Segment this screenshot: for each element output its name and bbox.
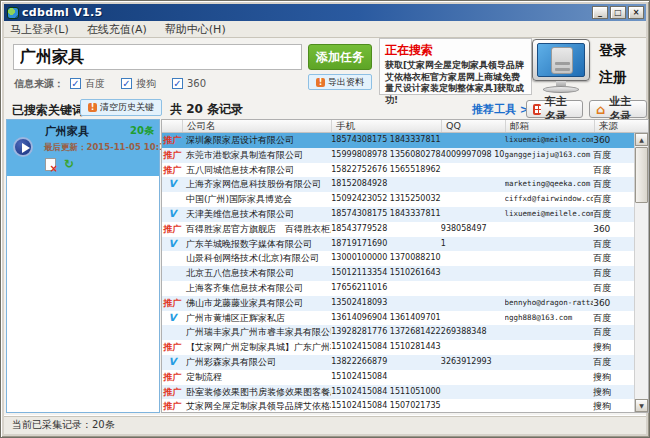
table-row[interactable]: 推广艾家网全屋定制家具领导品牌艾依格衣柜...15102415084 15070…	[162, 399, 634, 412]
marker-empty	[162, 192, 183, 207]
minimize-button[interactable]: _	[592, 6, 608, 19]
table-row[interactable]: 中国(广州)国际家具博览会15092423052 13152500325 ...…	[162, 192, 634, 207]
source-cell: 360	[593, 133, 634, 148]
qq-cell	[441, 207, 505, 222]
table-row[interactable]: V上海齐家网信息科技股份有限公司18152084928marketing@qee…	[162, 177, 634, 192]
table-row[interactable]: 推广东莞市港歌家具制造有限公司15999808978 13560802789 .…	[162, 148, 634, 163]
close-button[interactable]: ×	[628, 6, 644, 19]
clear-history-button[interactable]: ! 清空历史关键	[80, 99, 162, 116]
phone-cell: 15012113354 15102616430 ...	[331, 266, 441, 281]
source-cell: 百度	[593, 192, 634, 207]
qq-cell	[441, 311, 505, 326]
email-cell: lixuemei@meilele.com c	[505, 133, 594, 148]
menu-login[interactable]: 马上登录(L)	[10, 22, 69, 37]
email-cell	[505, 251, 594, 266]
register-link[interactable]: 注册	[599, 69, 647, 87]
delete-record-icon[interactable]	[45, 158, 56, 171]
window-title: cdbdml V1.5	[22, 6, 592, 19]
company-cell: 北京五八信息技术有限公司	[183, 266, 331, 281]
table-row[interactable]: V广州市黄埔区正辉家私店13614096904 13614097017 ...n…	[162, 311, 634, 326]
sources-label: 信息来源：	[14, 77, 64, 91]
company-cell: 佛山市龙藤藤业家具有限公司	[183, 296, 331, 311]
scroll-down-icon[interactable]: ▼	[635, 399, 648, 412]
email-cell: bennyho@dragon-rattan.	[505, 296, 594, 311]
qq-cell	[441, 340, 505, 355]
table-row[interactable]: 推广百得胜家居官方旗舰店 百得胜衣柜,..1854377952893805849…	[162, 222, 634, 237]
phone-cell: 15102415084 15110510004 ...	[331, 385, 441, 400]
monitor-base	[543, 86, 579, 93]
promo-badge: 推广	[162, 370, 183, 385]
company-cell: 东莞市港歌家具制造有限公司	[183, 148, 331, 163]
checkbox-baidu[interactable]: ✓ 百度	[70, 77, 105, 91]
company-cell: 百得胜家居官方旗舰店 百得胜衣柜,..	[183, 222, 331, 237]
play-button[interactable]	[13, 137, 33, 157]
source-cell: 百度	[593, 266, 634, 281]
qq-cell	[441, 163, 505, 178]
refresh-icon[interactable]: ↻	[64, 158, 74, 171]
header-source[interactable]: 来源	[595, 120, 635, 132]
header-email[interactable]: 邮箱	[506, 120, 595, 132]
table-row[interactable]: 山景科创网络技术(北京)有限公司13000100000 13700882109百…	[162, 251, 634, 266]
table-row[interactable]: 广州瑞丰家具广州市睿丰家具有限公司13928281776 13726814229…	[162, 325, 634, 340]
promo-badge: 推广	[162, 148, 183, 163]
menu-help[interactable]: 帮助中心(H)	[165, 22, 226, 37]
table-row[interactable]: 推广佛山市龙藤藤业家具有限公司13502418093bennyho@dragon…	[162, 296, 634, 311]
source-cell: 搜狗	[593, 340, 634, 355]
maximize-button[interactable]: □	[610, 6, 626, 19]
car-owner-list-button[interactable]: 车主名录	[526, 100, 583, 118]
header-company[interactable]: 公司名	[183, 120, 332, 132]
marker-empty	[162, 251, 183, 266]
company-cell: 广州市黄埔区正辉家私店	[183, 311, 331, 326]
company-cell: 上海齐家网信息科技股份有限公司	[183, 177, 331, 192]
table-row[interactable]: 推广五八同城信息技术有限公司15822752676 15655189620 ..…	[162, 163, 634, 178]
export-data-button[interactable]: ! 导出资料	[308, 74, 372, 90]
checkbox-checked-icon: ✓	[70, 78, 81, 89]
table-row[interactable]: V广州彩森家具有限公司138222668793263912993百度	[162, 355, 634, 370]
email-cell	[505, 163, 594, 178]
menu-recharge[interactable]: 在线充值(A)	[87, 22, 147, 37]
source-cell: 搜狗	[593, 385, 634, 400]
header-qq[interactable]: QQ	[442, 120, 506, 132]
add-task-button[interactable]: 添加任务	[308, 44, 372, 70]
home-owner-list-button[interactable]: ⌂ 业主名录	[589, 100, 647, 118]
keyword-actions: ↻	[45, 158, 74, 171]
source-cell: 百度	[593, 148, 634, 163]
qq-cell: 269388348	[441, 325, 505, 340]
scroll-up-icon[interactable]: ▲	[635, 133, 648, 146]
phone-cell: 15102415084	[331, 370, 441, 385]
login-link[interactable]: 登录	[599, 42, 647, 60]
table-row[interactable]: 推广【艾家网广州定制家具城】广东广州衣..15102415084 1510281…	[162, 340, 634, 355]
checkbox-sogou[interactable]: ✓ 搜狗	[121, 77, 156, 91]
checkbox-label: 百度	[85, 77, 105, 91]
company-cell: 广东羊城晚报数字媒体有限公司	[183, 237, 331, 252]
keyword-card[interactable]: 广州家具 20条 最后更新：2015-11-05 10:15:29 ↻	[7, 120, 159, 176]
table-row[interactable]: 上海客齐集信息技术有限公司17656211016百度	[162, 281, 634, 296]
promo-badge: 推广	[162, 385, 183, 400]
email-cell	[505, 237, 594, 252]
header-phone[interactable]: 手机	[332, 120, 442, 132]
table-row[interactable]: V天津美维信息技术有限公司18574308175 18433378115lixu…	[162, 207, 634, 222]
qq-cell	[441, 266, 505, 281]
table-row[interactable]: 推广深圳象限家居设计有限公司18574308175 18433378115lix…	[162, 133, 634, 148]
export-label: 导出资料	[328, 76, 364, 89]
qq-cell	[441, 370, 505, 385]
app-window: cdbdml V1.5 _ □ × 马上登录(L) 在线充值(A) 帮助中心(H…	[0, 0, 650, 438]
promo-badge: 推广	[162, 163, 183, 178]
table-row[interactable]: 推广卧室装修效果图书房装修效果图客餐厅..15102415084 1511051…	[162, 385, 634, 400]
vertical-scrollbar[interactable]: ▲ ▼	[634, 133, 648, 412]
verified-icon: V	[162, 207, 183, 222]
table-body: 推广深圳象限家居设计有限公司18574308175 18433378115lix…	[162, 133, 634, 412]
scrollbar-thumb[interactable]	[635, 147, 648, 203]
login-form-graphic	[551, 47, 573, 74]
email-cell: marketing@qeeka.com tg	[505, 177, 594, 192]
qq-cell: 938058497	[441, 222, 505, 237]
table-row[interactable]: 北京五八信息技术有限公司15012113354 15102616430 ...百…	[162, 266, 634, 281]
checkbox-360[interactable]: ✓ 360	[172, 78, 206, 89]
table-row[interactable]: V广东羊城晚报数字媒体有限公司187191716901百度	[162, 237, 634, 252]
phone-cell: 13928281776 13726814229	[331, 325, 441, 340]
checkbox-label: 360	[187, 78, 206, 89]
qq-cell: 4009997098 1052	[441, 148, 505, 163]
source-cell: 百度	[593, 251, 634, 266]
search-input[interactable]	[13, 44, 302, 70]
table-row[interactable]: 推广定制流程15102415084搜狗	[162, 370, 634, 385]
